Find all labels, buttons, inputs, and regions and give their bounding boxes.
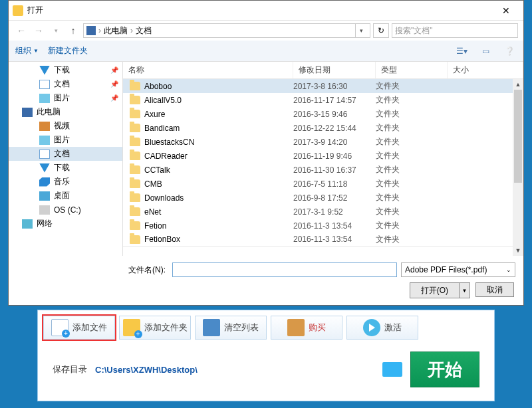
add-file-button[interactable]: 添加文件	[43, 316, 115, 340]
breadcrumb-this-pc[interactable]: 此电脑	[104, 25, 128, 37]
scroll-down-icon[interactable]: ▼	[513, 245, 523, 256]
file-name: AlicallV5.0	[144, 96, 182, 105]
file-row[interactable]: Downloads2016-9-8 17:52文件夹	[123, 191, 523, 205]
col-name-header[interactable]: 名称	[123, 62, 293, 78]
folder-icon	[130, 82, 140, 90]
breadcrumb-documents[interactable]: 文档	[136, 25, 152, 37]
tree-网络[interactable]: 网络	[9, 217, 122, 231]
up-button[interactable]: ↑	[66, 23, 80, 38]
tree-下载[interactable]: 下载📌	[9, 63, 122, 77]
file-row[interactable]: CCTalk2016-11-30 16:37文件夹	[123, 163, 523, 177]
tree-item-label: 下载	[54, 162, 70, 173]
cancel-button[interactable]: 取消	[475, 282, 514, 297]
file-name: Downloads	[144, 193, 184, 203]
folder-icon	[130, 152, 140, 160]
down-icon	[39, 163, 50, 173]
tree-item-label: 文档	[54, 148, 70, 159]
file-row[interactable]: BluestacksCN2017-3-9 14:20文件夹	[123, 135, 523, 149]
file-type: 文件夹	[376, 136, 448, 148]
disk-icon	[39, 205, 50, 215]
scrollbar[interactable]: ▲ ▼	[513, 79, 523, 256]
file-row[interactable]: CMB2016-7-5 11:18文件夹	[123, 177, 523, 191]
open-button[interactable]: 打开(O)	[410, 283, 459, 298]
pin-icon: 📌	[110, 94, 118, 102]
file-row[interactable]: Bandicam2016-12-22 15:44文件夹	[123, 121, 523, 135]
folder-icon	[130, 110, 140, 118]
col-size-header[interactable]: 大小	[448, 62, 523, 78]
tree-桌面[interactable]: 桌面	[9, 189, 122, 203]
file-date: 2016-11-30 16:37	[293, 165, 376, 175]
file-type: 文件夹	[376, 178, 448, 189]
buy-button[interactable]: 购买	[271, 316, 342, 340]
folder-icon	[130, 179, 140, 188]
file-date: 2017-3-8 16:30	[293, 82, 376, 91]
tree-视频[interactable]: 视频	[9, 119, 122, 133]
file-name: CCTalk	[144, 165, 170, 175]
column-headers: 名称 修改日期 类型 大小	[123, 62, 523, 79]
file-date: 2016-3-15 9:46	[293, 110, 376, 119]
help-icon[interactable]: ❔	[502, 44, 517, 58]
file-type: 文件夹	[376, 164, 448, 175]
col-type-header[interactable]: 类型	[376, 62, 448, 78]
file-row[interactable]: Aboboo2017-3-8 16:30文件夹	[123, 79, 523, 93]
folder-icon	[130, 235, 140, 244]
file-open-dialog: 打开 ✕ ← → ▾ ↑ › 此电脑 › 文档 ▾ ↻ 搜索"文档" 组织 ▼ …	[8, 0, 524, 306]
tree-文档[interactable]: 文档📌	[9, 77, 122, 91]
add-folder-button[interactable]: 添加文件夹	[119, 316, 191, 340]
tree-OS (C:)[interactable]: OS (C:)	[9, 203, 122, 217]
file-row[interactable]: CADReader2016-11-19 9:46文件夹	[123, 149, 523, 163]
img-icon	[39, 94, 50, 103]
clear-list-button[interactable]: 清空列表	[195, 316, 267, 340]
close-button[interactable]: ✕	[493, 5, 519, 16]
file-type: 文件夹	[376, 192, 448, 203]
file-type: 文件夹	[376, 94, 448, 106]
tree-此电脑[interactable]: 此电脑	[9, 105, 122, 119]
preview-pane-icon[interactable]: ▭	[478, 44, 493, 58]
address-dropdown[interactable]: ▾	[355, 24, 367, 37]
open-dropdown[interactable]: ▼	[459, 283, 469, 298]
tree-图片[interactable]: 图片	[9, 133, 122, 147]
recent-dropdown[interactable]: ▾	[49, 23, 63, 38]
start-button[interactable]: 开始	[410, 352, 479, 387]
folder-icon	[130, 124, 140, 132]
trash-icon	[203, 319, 220, 336]
save-dir-path: C:\Users\XZWH\Desktop\	[95, 365, 374, 375]
tree-图片[interactable]: 图片📌	[9, 91, 122, 105]
file-date: 2016-11-17 14:57	[293, 96, 376, 105]
filename-input[interactable]	[172, 262, 397, 277]
file-date: 2016-12-22 15:44	[293, 124, 376, 133]
file-row[interactable]: Axure2016-3-15 9:46文件夹	[123, 107, 523, 121]
tree-音乐[interactable]: 音乐	[9, 175, 122, 189]
address-bar[interactable]: › 此电脑 › 文档 ▾	[83, 23, 370, 38]
forward-button[interactable]: →	[31, 23, 46, 38]
tree-item-label: 下载	[54, 64, 70, 76]
scroll-thumb[interactable]	[514, 90, 522, 183]
folder-icon	[130, 165, 140, 174]
file-type: 文件夹	[376, 234, 448, 245]
activate-button[interactable]: 激活	[346, 316, 418, 340]
folder-icon	[130, 193, 140, 202]
vid-icon	[39, 122, 50, 131]
scroll-up-icon[interactable]: ▲	[513, 79, 523, 90]
new-folder-button[interactable]: 新建文件夹	[48, 45, 88, 56]
tree-文档[interactable]: 文档	[9, 147, 122, 161]
file-row[interactable]: AlicallV5.02016-11-17 14:57文件夹	[123, 93, 523, 107]
file-date: 2016-7-5 11:18	[293, 179, 376, 189]
file-row[interactable]: eNet2017-3-1 9:52文件夹	[123, 205, 523, 219]
file-row[interactable]: FetionBox2016-11-3 13:54文件夹	[123, 233, 523, 247]
refresh-button[interactable]: ↻	[373, 23, 389, 38]
organize-menu[interactable]: 组织 ▼	[15, 45, 39, 56]
file-date: 2017-3-9 14:20	[293, 138, 376, 147]
tree-下载[interactable]: 下载	[9, 161, 122, 175]
search-input[interactable]: 搜索"文档"	[392, 23, 518, 38]
file-rows: Aboboo2017-3-8 16:30文件夹AlicallV5.02016-1…	[123, 79, 523, 256]
browse-folder-icon[interactable]	[382, 362, 402, 377]
col-date-header[interactable]: 修改日期	[293, 62, 376, 78]
file-name: Fetion	[144, 221, 166, 231]
file-row[interactable]: Fetion2016-11-3 13:54文件夹	[123, 219, 523, 233]
view-menu-icon[interactable]: ☰▾	[454, 44, 469, 58]
play-icon	[363, 319, 380, 336]
back-button[interactable]: ←	[14, 23, 29, 38]
tree-item-label: 桌面	[54, 190, 70, 201]
file-type-filter[interactable]: Adobe PDF Files(*.pdf)⌄	[401, 262, 515, 277]
